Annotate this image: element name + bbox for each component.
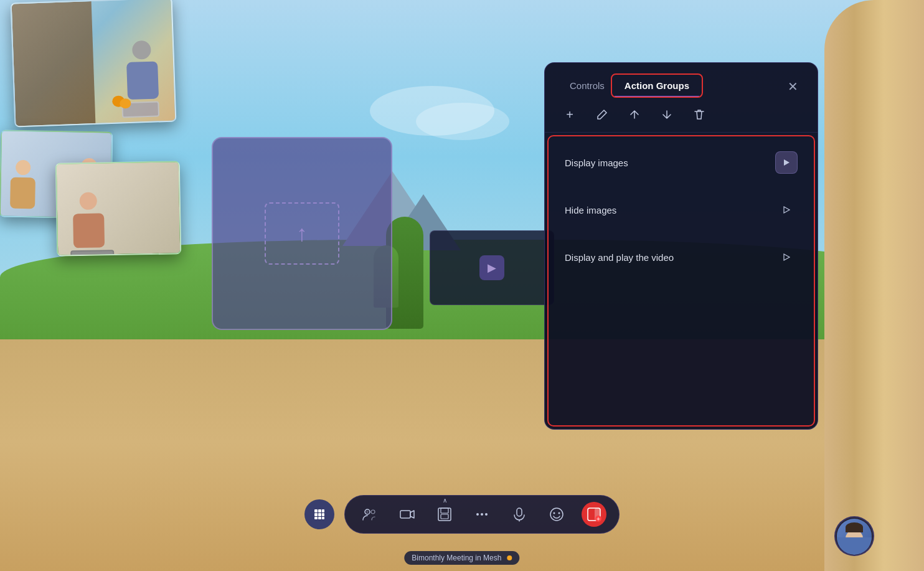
bottom-toolbar-container: ∧ (304, 495, 620, 534)
svg-rect-12 (400, 511, 410, 518)
people-icon[interactable] (357, 502, 382, 527)
action-item-label: Hide images (565, 205, 775, 215)
svg-point-21 (550, 508, 563, 521)
close-button[interactable]: ✕ (783, 77, 803, 97)
svg-rect-4 (318, 513, 321, 516)
tab-action-groups[interactable]: Action Groups (615, 75, 699, 97)
action-item-hide-images[interactable]: Hide images (555, 187, 808, 232)
upload-arrow-icon: ↑ (296, 220, 308, 247)
edit-button[interactable] (592, 105, 612, 125)
floating-image-1 (11, 0, 177, 127)
svg-rect-6 (314, 517, 318, 519)
cloud-2 (416, 103, 509, 140)
svg-point-18 (485, 513, 488, 516)
microphone-icon[interactable] (507, 502, 532, 527)
bottom-bar: ∧ (344, 495, 620, 534)
svg-point-23 (559, 512, 560, 514)
move-down-button[interactable] (657, 105, 677, 125)
svg-rect-8 (322, 517, 324, 519)
more-options-icon[interactable] (469, 502, 494, 527)
svg-point-17 (481, 513, 483, 516)
delete-button[interactable] (689, 105, 709, 125)
svg-rect-1 (318, 509, 321, 512)
play-button-hide-images[interactable] (775, 199, 798, 221)
apps-grid-button[interactable] (304, 499, 334, 529)
arch-right (824, 0, 924, 571)
avatar-image (837, 519, 872, 554)
action-groups-list: Display images Hide images Display and p… (545, 133, 818, 429)
move-up-button[interactable] (625, 105, 644, 125)
action-item-label: Display images (565, 158, 775, 168)
svg-rect-7 (318, 517, 321, 519)
svg-rect-15 (441, 514, 448, 519)
upload-panel: ↑ (212, 137, 392, 330)
play-button-display-play-video[interactable] (775, 246, 798, 268)
video-panel: ▶ (430, 230, 554, 305)
save-icon[interactable]: ∧ (432, 502, 457, 527)
right-panel: Controls Action Groups ✕ + (544, 62, 818, 430)
svg-point-10 (371, 510, 375, 514)
floating-image-3 (55, 161, 182, 256)
camera-icon[interactable] (395, 502, 420, 527)
play-button-display-images[interactable] (775, 151, 798, 174)
meeting-status-dot (507, 555, 512, 560)
svg-point-16 (476, 513, 479, 516)
meeting-label: Bimonthly Meeting in Mesh (404, 551, 519, 565)
svg-rect-0 (314, 509, 318, 512)
svg-text:+: + (596, 516, 600, 522)
action-item-label: Display and play the video (565, 252, 775, 263)
panel-header: Controls Action Groups ✕ (545, 63, 818, 97)
reaction-icon[interactable] (544, 502, 569, 527)
upload-dashed-border: ↑ (265, 202, 339, 265)
svg-point-22 (554, 512, 555, 514)
avatar-bottom-right[interactable] (834, 516, 874, 556)
share-panel-icon[interactable]: + (582, 502, 606, 527)
svg-rect-2 (322, 509, 324, 512)
svg-rect-19 (517, 508, 522, 516)
action-item-display-images[interactable]: Display images (555, 140, 808, 185)
video-play-button[interactable]: ▶ (479, 255, 504, 280)
svg-rect-3 (314, 513, 318, 516)
tab-controls[interactable]: Controls (560, 75, 615, 97)
action-item-display-play-video[interactable]: Display and play the video (555, 235, 808, 280)
panel-toolbar: + (545, 97, 818, 133)
svg-rect-14 (441, 508, 448, 513)
add-button[interactable]: + (560, 105, 580, 125)
svg-point-11 (366, 511, 369, 513)
svg-rect-5 (322, 513, 324, 516)
